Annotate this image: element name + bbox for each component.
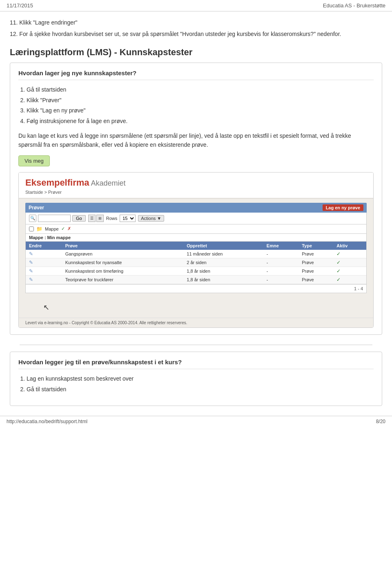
td-emne: - — [263, 258, 298, 267]
section2-steps-list: Lag en kunnskapstest som beskrevet over … — [27, 374, 374, 395]
table-row: ✎ Teoriprøve for truckfører 1,8 år siden… — [26, 275, 366, 284]
td-type: Prøve — [298, 267, 333, 275]
header-title: Educatia AS - Brukerstøtte — [323, 2, 385, 9]
lms-table: Endre Prøve Opprettet Emne Type Aktiv — [26, 242, 366, 284]
main-content: 11. Klikk "Lagre endringer" 12. For å sj… — [0, 11, 392, 416]
divider — [20, 345, 372, 345]
td-edit[interactable]: ✎ — [26, 250, 62, 258]
lms-logo-brand2: Akademiet — [89, 179, 126, 187]
intro-step12: 12. For å sjekke hvordan kursbeviset ser… — [10, 29, 382, 38]
lms-toolbar: 🔍 Go ☰ ⊞ Rows 15 Actions — [25, 213, 367, 224]
td-emne: - — [263, 267, 298, 275]
td-aktiv: ✓ — [333, 258, 366, 267]
td-opprettet: 1,8 år siden — [183, 275, 263, 284]
table-row: ✎ Kunnskapstest for nyansatte 2 år siden… — [26, 258, 366, 267]
section1-question: Hvordan lager jeg nye kunnskapstester? — [18, 70, 374, 80]
section2-question: Hvordan legger jeg til en prøve/kunnskap… — [18, 359, 374, 369]
td-prove-name: Kunnskapstest om timeføring — [62, 267, 184, 275]
th-emne: Emne — [263, 242, 298, 250]
lms-search-icon: 🔍 — [29, 215, 36, 222]
lms-rows-label: Rows — [106, 216, 118, 221]
lms-logo: Eksempelfirma Akademiet — [25, 177, 367, 188]
lms-rows-select[interactable]: 15 — [120, 215, 136, 222]
section1-body: Du kan lage et kurs ved å legge inn spør… — [18, 131, 374, 150]
td-prove-name: Gangsprøven — [62, 250, 184, 258]
footer-page: 8/20 — [376, 419, 385, 424]
td-prove-name: Teoriprøve for truckfører — [62, 275, 184, 284]
list-item: Gå til startsiden — [27, 85, 374, 95]
lms-search-area: 🔍 Go — [29, 215, 86, 222]
list-item: Klikk "Lag en ny prøve" — [27, 106, 374, 116]
lms-actions-chevron: ▼ — [157, 216, 161, 221]
lms-actions-button[interactable]: Actions ▼ — [138, 215, 164, 222]
td-prove-name: Kunnskapstest for nyansatte — [62, 258, 184, 267]
intro-step11: 11. Klikk "Lagre endringer" — [10, 18, 382, 27]
lms-breadcrumb: Startside > Prøver — [25, 190, 367, 195]
th-endre: Endre — [26, 242, 62, 250]
lms-folder-icon: 📁 — [36, 226, 42, 232]
list-item: Klikk "Prøver" — [27, 96, 374, 105]
cursor-arrow: ↖ — [43, 303, 49, 312]
intro-steps: 11. Klikk "Lagre endringer" 12. For å sj… — [10, 18, 382, 39]
section2-card: Hvordan legger jeg til en prøve/kunnskap… — [10, 352, 382, 406]
list-item: Lag en kunnskapstest som beskrevet over — [27, 374, 374, 384]
list-item: Gå til startsiden — [27, 385, 374, 395]
th-prove: Prøve — [62, 242, 184, 250]
lms-cursor-area: ↖ — [19, 297, 373, 318]
td-aktiv: ✓ — [333, 267, 366, 275]
th-aktiv: Aktiv — [333, 242, 366, 250]
lms-folder-checkmark: ✓ — [61, 226, 65, 231]
lms-folder-name-label: Mappe : Min mappe — [25, 234, 367, 242]
lms-logo-brand1: Eksempelfirma — [25, 177, 89, 188]
header-date: 11/17/2015 — [7, 2, 33, 9]
lms-folder-label: Mappe — [45, 226, 59, 231]
td-type: Prøve — [298, 275, 333, 284]
lms-header: Eksempelfirma Akademiet Startside > Prøv… — [19, 173, 373, 199]
td-aktiv: ✓ — [333, 275, 366, 284]
table-header-row: Endre Prøve Opprettet Emne Type Aktiv — [26, 242, 366, 250]
section1-steps-list: Gå til startsiden Klikk "Prøver" Klikk "… — [27, 85, 374, 126]
th-opprettet: Opprettet — [183, 242, 263, 250]
lms-section-title-bar: Prøver Lag en ny prøve — [25, 203, 367, 213]
table-row: ✎ Kunnskapstest om timeføring 1,8 år sid… — [26, 267, 366, 275]
page-footer: http://educatia.no/bedrift/support.html … — [0, 416, 392, 427]
lms-grid-view-button[interactable]: ⊞ — [96, 215, 104, 222]
td-opprettet: 11 måneder siden — [183, 250, 263, 258]
lms-screenshot: Eksempelfirma Akademiet Startside > Prøv… — [19, 173, 373, 327]
lms-view-buttons: ☰ ⊞ — [88, 215, 104, 222]
lms-go-button[interactable]: Go — [72, 215, 86, 222]
list-item: Følg instruksjonene for å lage en prøve. — [27, 117, 374, 126]
td-opprettet: 1,8 år siden — [183, 267, 263, 275]
lms-actions-label: Actions — [141, 216, 156, 221]
lms-folder-delete-icon: ✗ — [67, 226, 71, 231]
lms-body: Prøver Lag en ny prøve 🔍 Go ☰ ⊞ — [19, 199, 373, 297]
section1-card: Hvordan lager jeg nye kunnskapstester? G… — [10, 63, 382, 335]
td-edit[interactable]: ✎ — [26, 267, 62, 275]
footer-url: http://educatia.no/bedrift/support.html — [7, 419, 87, 424]
lms-table-body: ✎ Gangsprøven 11 måneder siden - Prøve ✓… — [26, 250, 366, 284]
lms-search-input[interactable] — [38, 215, 71, 222]
lms-screenshot-container: Eksempelfirma Akademiet Startside > Prøv… — [18, 172, 374, 328]
lms-folder-checkbox[interactable] — [29, 226, 34, 231]
vis-meg-button[interactable]: Vis meg — [18, 155, 50, 166]
section1-heading: Læringsplattform (LMS) - Kunnskapstester — [10, 47, 382, 58]
lms-folder-bar: 📁 Mappe ✓ ✗ — [25, 224, 367, 234]
td-emne: - — [263, 250, 298, 258]
th-type: Type — [298, 242, 333, 250]
td-edit[interactable]: ✎ — [26, 275, 62, 284]
lms-table-wrap: Endre Prøve Opprettet Emne Type Aktiv — [25, 242, 367, 285]
lms-new-button[interactable]: Lag en ny prøve — [323, 204, 363, 211]
td-type: Prøve — [298, 250, 333, 258]
table-row: ✎ Gangsprøven 11 måneder siden - Prøve ✓ — [26, 250, 366, 258]
td-emne: - — [263, 275, 298, 284]
lms-list-view-button[interactable]: ☰ — [88, 215, 96, 222]
td-type: Prøve — [298, 258, 333, 267]
lms-footer: Levert via e-learning.no - Copyright © E… — [19, 318, 373, 327]
lms-section-label: Prøver — [29, 205, 44, 211]
td-opprettet: 2 år siden — [183, 258, 263, 267]
td-edit[interactable]: ✎ — [26, 258, 62, 267]
td-aktiv: ✓ — [333, 250, 366, 258]
lms-footer-text: Levert via e-learning.no - Copyright © E… — [25, 321, 187, 325]
lms-pagination: 1 - 4 — [25, 285, 367, 293]
page-header: 11/17/2015 Educatia AS - Brukerstøtte — [0, 0, 392, 11]
